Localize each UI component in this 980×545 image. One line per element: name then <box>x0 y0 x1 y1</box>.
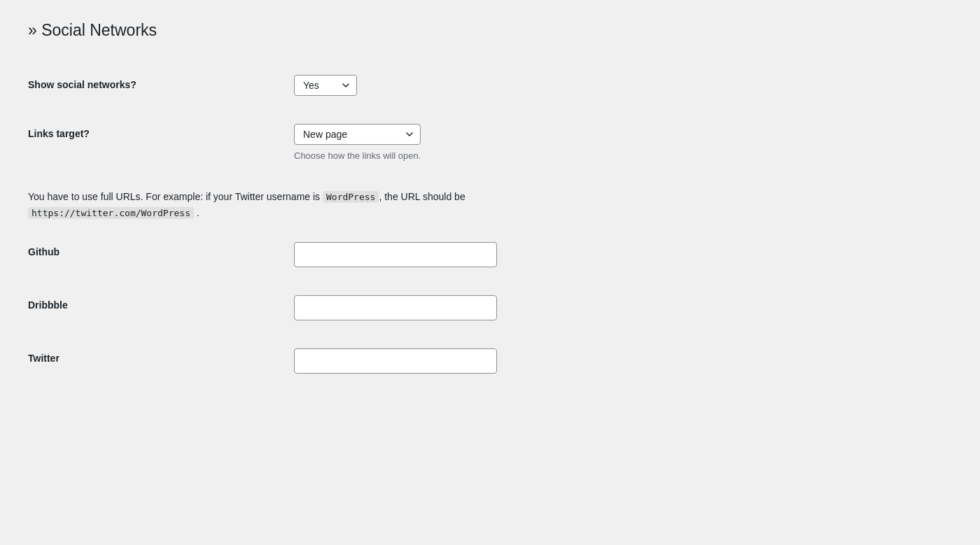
dribbble-row: Dribbble <box>28 281 952 334</box>
form-section: Show social networks? Yes No Links targe… <box>28 61 952 388</box>
links-target-hint: Choose how the links will open. <box>294 150 421 161</box>
links-target-control: New page Same page Choose how the links … <box>294 124 421 161</box>
page-title: Social Networks <box>28 21 952 40</box>
show-social-networks-select[interactable]: Yes No <box>294 75 357 96</box>
twitter-input[interactable] <box>294 348 497 374</box>
show-social-networks-control: Yes No <box>294 75 357 96</box>
info-text-block: You have to use full URLs. For example: … <box>28 175 518 228</box>
info-code2: https://twitter.com/WordPress <box>28 207 194 219</box>
twitter-row: Twitter <box>28 334 952 388</box>
info-code1: WordPress <box>323 191 379 203</box>
twitter-control <box>294 348 497 374</box>
links-target-row: Links target? New page Same page Choose … <box>28 110 952 175</box>
info-text-part3: . <box>197 207 200 218</box>
github-input[interactable] <box>294 242 497 267</box>
links-target-label: Links target? <box>28 124 294 139</box>
github-label: Github <box>28 242 294 257</box>
dribbble-label: Dribbble <box>28 295 294 311</box>
twitter-label: Twitter <box>28 348 294 364</box>
links-target-select[interactable]: New page Same page <box>294 124 421 145</box>
github-row: Github <box>28 228 952 281</box>
info-text-part1: You have to use full URLs. For example: … <box>28 191 323 202</box>
dribbble-control <box>294 295 497 320</box>
github-control <box>294 242 497 267</box>
dribbble-input[interactable] <box>294 295 497 320</box>
info-text-part2: , the URL should be <box>379 191 465 202</box>
show-social-networks-row: Show social networks? Yes No <box>28 61 952 110</box>
show-social-networks-label: Show social networks? <box>28 75 294 90</box>
